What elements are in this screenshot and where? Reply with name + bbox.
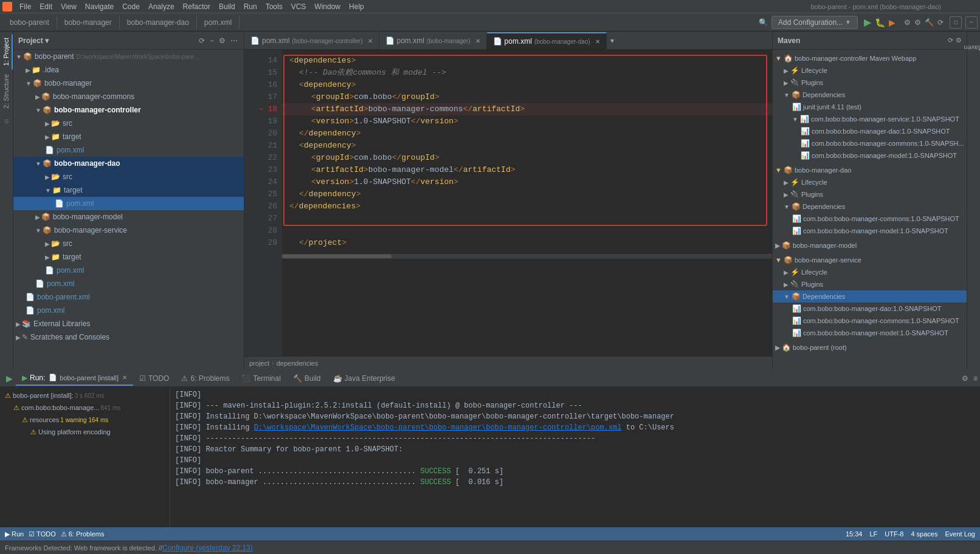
maven-dep-service-sub1[interactable]: 📊 com.bobo:bobo-manager-dao:1.0-SNAPSHOT [773, 125, 967, 137]
run-status-icon[interactable]: ▶ Run [5, 530, 24, 538]
menu-build[interactable]: Build [215, 1, 239, 12]
run-tree-encoding[interactable]: ⚠ Using platform encoding [2, 426, 167, 438]
vert-tab-favorites[interactable]: ☆ [0, 114, 13, 129]
proj-tab-parent[interactable]: bobo-parent [2, 16, 57, 29]
maven-dep-junit[interactable]: 📊 junit:junit:4.11 (test) [773, 101, 967, 113]
maven-dep-model[interactable]: 📊 com.bobo:bobo-manager-model:1.0-SNAPSH… [773, 225, 967, 237]
event-log-btn[interactable]: Event Log [945, 530, 975, 538]
maven-deps-controller[interactable]: ▼ 📦 Dependencies [773, 89, 967, 101]
debug-button[interactable]: 🐛 [875, 18, 885, 27]
sidebar-settings-icon[interactable]: ⋯ [229, 35, 239, 46]
tree-item-commons[interactable]: ▶ 📦 bobo-manager-commons [13, 90, 244, 103]
maven-lifecycle-dao[interactable]: ▶ ⚡ Lifecycle [773, 176, 967, 188]
panel-expand-icon[interactable]: ≡ [973, 374, 978, 383]
maven-dep-service-sub3[interactable]: 📊 com.bobo:bobo-manager-model:1.0-SNAPSH… [773, 149, 967, 162]
search-everywhere-icon[interactable]: 🔍 [759, 18, 768, 27]
tree-item-pom-controller[interactable]: 📄 pom.xml [13, 143, 244, 157]
run-with-coverage-button[interactable]: ▶ [889, 18, 895, 27]
maven-item-dao[interactable]: ▼ 📦 bobo-manager-dao [773, 164, 967, 176]
maven-deps-dao[interactable]: ▼ 📦 Dependencies [773, 200, 967, 213]
menu-analyze[interactable]: Analyze [145, 1, 178, 12]
maven-item-controller[interactable]: ▼ 🏠 bobo-manager-controller Maven Webapp [773, 52, 967, 64]
maven-dep-commons[interactable]: 📊 com.bobo:bobo-manager-commons:1.0-SNAP… [773, 213, 967, 225]
run-tree-resources[interactable]: ⚠ resources 1 warning 164 ms [2, 414, 167, 426]
maven-dep-model2[interactable]: 📊 com.bobo:bobo-manager-model:1.0-SNAPSH… [773, 327, 967, 339]
tree-item-target-controller[interactable]: ▶ 📁 target [13, 130, 244, 143]
tree-item-bobo-manager[interactable]: ▼ 📦 bobo-manager [13, 77, 244, 90]
editor-tab-manager-pom[interactable]: 📄 pom.xml (bobo-manager) ✕ [379, 32, 487, 49]
close-tab-icon[interactable]: ✕ [595, 38, 600, 45]
settings-icon[interactable]: ⚙ [914, 18, 921, 27]
vert-tab-structure[interactable]: 2: Structure [1, 70, 13, 112]
proj-tab-pom[interactable]: pom.xml [197, 16, 240, 29]
maven-item-model[interactable]: ▶ 📦 bobo-manager-model [773, 239, 967, 251]
tree-item-src-controller[interactable]: ▶ 📂 src [13, 117, 244, 130]
close-run-icon[interactable]: ✕ [122, 374, 127, 381]
menu-edit[interactable]: Edit [36, 1, 56, 12]
bottom-tab-problems[interactable]: ⚠ 6: Problems [175, 372, 235, 385]
menu-view[interactable]: View [57, 1, 80, 12]
panel-settings-icon[interactable]: ⚙ [962, 374, 968, 383]
run-tree-bobo-manage[interactable]: ⚠ com.bobo:bobo-manage... 841 ms [2, 402, 167, 414]
tree-item-pom-dao[interactable]: 📄 pom.xml [13, 197, 244, 210]
tree-item-dao[interactable]: ▼ 📦 bobo-manager-dao [13, 157, 244, 170]
maximize-icon[interactable]: □ [950, 16, 962, 29]
maven-plugins-service[interactable]: ▶ 🔌 Plugins [773, 278, 967, 290]
todo-status-icon[interactable]: ☑ TODO [29, 530, 55, 538]
editor-tab-dao-pom[interactable]: 📄 pom.xml (bobo-manager-dao) ✕ [487, 32, 607, 49]
tree-item-pom-service[interactable]: 📄 pom.xml [13, 264, 244, 277]
bottom-tab-terminal[interactable]: ⬛ Terminal [235, 372, 286, 385]
run-tree-root[interactable]: ⚠ bobo-parent [install]: 3 s 602 ms [2, 389, 167, 402]
breadcrumb-project[interactable]: project [249, 360, 269, 367]
run-button[interactable]: ▶ [864, 16, 871, 28]
tree-item-idea[interactable]: ▶ 📁 .idea [13, 63, 244, 77]
gear-icon[interactable]: ⚙ [218, 35, 227, 46]
h-scrollbar[interactable] [282, 254, 772, 259]
maven-plugins-dao[interactable]: ▶ 🔌 Plugins [773, 188, 967, 200]
sync-icon[interactable]: ⟳ [198, 35, 206, 46]
tree-item-src-service[interactable]: ▶ 📂 src [13, 237, 244, 250]
menu-tools[interactable]: Tools [262, 1, 286, 12]
maven-dep-service[interactable]: ▼ 📊 com.bobo:bobo-manager-service:1.0-SN… [773, 113, 967, 125]
maven-dep-commons2[interactable]: 📊 com.bobo:bobo-manager-commons:1.0-SNAP… [773, 315, 967, 327]
editor-tab-controller-pom[interactable]: 📄 pom.xml (bobo-manager-controller) ✕ [244, 32, 379, 49]
minimize-icon[interactable]: − [965, 16, 978, 29]
add-configuration-button[interactable]: Add Configuration... ▼ [771, 16, 858, 29]
refresh-icon[interactable]: ⟳ [937, 18, 944, 27]
menu-run[interactable]: Run [240, 1, 261, 12]
tree-item-src-dao[interactable]: ▶ 📂 src [13, 170, 244, 183]
log-url-link[interactable]: D:\workspace\MavenWorkSpace\bobo-parent\… [254, 423, 622, 432]
bottom-tab-run[interactable]: ▶ Run: 📄 bobo-parent [install] ✕ [16, 371, 133, 386]
maven-lifecycle-service[interactable]: ▶ ⚡ Lifecycle [773, 266, 967, 278]
tree-item-target-service[interactable]: ▶ 📁 target [13, 250, 244, 264]
tree-item-ext-libs[interactable]: ▶ 📚 External Libraries [13, 317, 244, 330]
tree-item-bobo-parent[interactable]: ▼ 📦 bobo-parent D:\workspace\MavenWorkSp… [13, 50, 244, 63]
bottom-tab-build[interactable]: 🔨 Build [287, 372, 327, 385]
tree-item-target-dao[interactable]: ▼ 📁 target [13, 183, 244, 197]
menu-code[interactable]: Code [119, 1, 143, 12]
menu-help[interactable]: Help [345, 1, 368, 12]
run-log[interactable]: [INFO] [INFO] --- maven-install-plugin:2… [170, 387, 980, 527]
close-tab-icon[interactable]: ✕ [368, 38, 373, 44]
collapse-icon[interactable]: − [209, 35, 215, 46]
vert-tab-maven[interactable]: Maven [960, 43, 980, 53]
tree-item-parent-xml[interactable]: 📄 bobo-parent.xml [13, 290, 244, 304]
maven-dep-service-sub2[interactable]: 📊 com.bobo:bobo-manager-commons:1.0-SNAP… [773, 137, 967, 149]
bottom-tab-java-enterprise[interactable]: ☕ Java Enterprise [327, 372, 401, 385]
proj-tab-dao[interactable]: bobo-manager-dao [120, 16, 197, 29]
code-area[interactable]: ➤ <dependencies> <!-- Dao依赖commons 和 mod… [282, 50, 772, 356]
maven-plugins-controller[interactable]: ▶ 🔌 Plugins [773, 77, 967, 89]
maven-item-service[interactable]: ▼ 📦 bobo-manager-service [773, 254, 967, 266]
tab-overflow-btn[interactable]: ▾ [607, 36, 618, 45]
proj-tab-manager[interactable]: bobo-manager [57, 16, 120, 29]
search-icon[interactable]: ⚙ [904, 18, 911, 27]
tree-item-scratches[interactable]: ▶ ✎ Scratches and Consoles [13, 330, 244, 344]
maven-deps-service[interactable]: ▼ 📦 Dependencies [773, 290, 967, 303]
bottom-tab-todo[interactable]: ☑ TODO [133, 372, 175, 385]
breadcrumb-dependencies[interactable]: dependencies [277, 360, 319, 367]
close-tab-icon[interactable]: ✕ [475, 38, 480, 44]
maven-lifecycle-controller[interactable]: ▶ ⚡ Lifecycle [773, 64, 967, 77]
tree-item-pom-parent[interactable]: 📄 pom.xml [13, 304, 244, 317]
tree-item-controller[interactable]: ▼ 📦 bobo-manager-controller [13, 103, 244, 117]
tree-item-model[interactable]: ▶ 📦 bobo-manager-model [13, 210, 244, 224]
